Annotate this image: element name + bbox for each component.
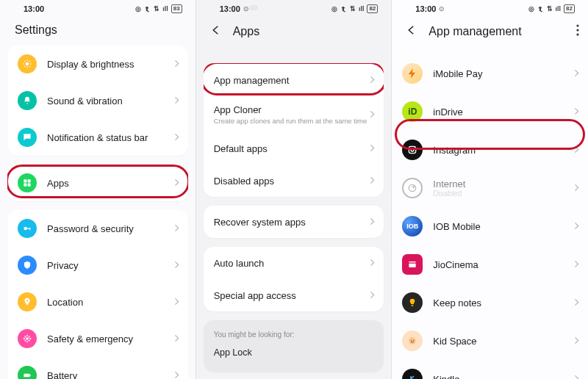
app-icon-jiocinema: [402, 254, 423, 275]
settings-row-password-security[interactable]: Password & security: [7, 210, 188, 247]
settings-row-location[interactable]: Location: [7, 284, 188, 320]
chevron-right-icon: [370, 75, 375, 86]
settings-row-notification-statusbar[interactable]: Notification & status bar: [7, 119, 188, 156]
chevron-right-icon: [370, 258, 375, 269]
svg-marker-34: [412, 185, 416, 189]
chevron-right-icon: [574, 297, 579, 308]
settings-row-sound-vibration[interactable]: Sound & vibration: [7, 82, 188, 119]
settings-row-display-brightness[interactable]: Display & brightness: [7, 46, 188, 82]
page-title-settings: Settings: [0, 13, 196, 47]
svg-point-27: [576, 24, 578, 26]
svg-rect-11: [24, 184, 26, 187]
svg-rect-25: [24, 374, 29, 378]
settings-row-apps[interactable]: Apps: [7, 165, 188, 201]
chevron-right-icon: [174, 333, 179, 344]
app-icon-internet: [402, 178, 423, 198]
app-row-indrive[interactable]: iD inDrive: [392, 93, 588, 131]
pin-icon: [18, 292, 37, 311]
svg-rect-10: [28, 179, 31, 182]
status-bar: 13:00⊙ ◎⮬⇅ıll 82: [392, 0, 588, 13]
burst-icon: [18, 329, 37, 348]
back-button[interactable]: [405, 24, 418, 40]
app-row-internet[interactable]: Internet Disabled: [392, 169, 588, 207]
chevron-right-icon: [174, 260, 179, 271]
app-icon-keepnotes: [402, 292, 423, 313]
more-menu-button[interactable]: [576, 24, 579, 39]
app-icon-kidspace: [402, 331, 423, 351]
clock: 13:00: [24, 4, 44, 13]
svg-point-29: [576, 33, 578, 35]
svg-point-32: [415, 147, 415, 148]
app-row-instagram[interactable]: Instagram: [392, 131, 588, 169]
battery-icon: [18, 366, 37, 379]
svg-point-0: [26, 62, 29, 66]
chevron-right-icon: [174, 132, 179, 143]
chevron-right-icon: [574, 374, 579, 380]
clock: 13:00: [220, 4, 240, 13]
app-row-iob-mobile[interactable]: IOB IOB Mobile: [392, 207, 588, 245]
status-bar: 13:00 ◎⮬⇅ıll 83: [0, 0, 196, 13]
app-icon-iob: IOB: [402, 216, 423, 237]
apps-row-recover-system-apps[interactable]: Recover system apps: [204, 206, 384, 238]
hint-value: App Lock: [214, 347, 374, 358]
chevron-right-icon: [574, 107, 579, 118]
settings-row-safety-emergency[interactable]: Safety & emergency: [7, 320, 188, 357]
svg-line-5: [24, 61, 25, 62]
back-button[interactable]: [209, 24, 223, 40]
settings-row-battery[interactable]: Battery: [7, 357, 188, 379]
header-apps: Apps: [196, 13, 392, 50]
app-row-jiocinema[interactable]: JioCinema: [392, 245, 588, 284]
status-bar: 13:00⊙ ◎⮬⇅ıll 82: [196, 0, 392, 13]
apps-row-disabled-apps[interactable]: Disabled apps: [204, 165, 384, 197]
app-row-kid-space[interactable]: Kid Space: [392, 322, 588, 360]
apps-row-default-apps[interactable]: Default apps: [204, 132, 384, 165]
svg-rect-12: [28, 184, 31, 187]
chevron-right-icon: [370, 290, 375, 301]
app-icon-instagram: [402, 140, 423, 160]
screen-settings: 13:00 ◎⮬⇅ıll 83 Settings Display & brigh…: [0, 0, 196, 379]
apps-row-special-app-access[interactable]: Special app access: [204, 279, 384, 311]
chevron-right-icon: [370, 109, 375, 120]
svg-rect-36: [409, 264, 416, 267]
status-icons: ◎⮬⇅ıll 83: [135, 4, 182, 13]
chevron-right-icon: [574, 336, 579, 347]
svg-rect-26: [30, 375, 31, 376]
grid-icon: [18, 173, 37, 192]
chevron-right-icon: [574, 68, 579, 79]
shield-icon: [18, 256, 37, 275]
key-icon: [18, 219, 37, 238]
app-row-imobile-pay[interactable]: iMobile Pay: [392, 54, 588, 93]
svg-point-16: [26, 337, 29, 340]
header-app-management: App management: [392, 13, 588, 50]
apps-row-app-management[interactable]: App management: [204, 63, 384, 97]
status-icons: ◎⮬⇅ıll 82: [331, 4, 378, 13]
chevron-right-icon: [574, 259, 579, 270]
chevron-right-icon: [174, 223, 179, 234]
apps-row-app-cloner[interactable]: App Cloner Create app clones and run the…: [204, 97, 384, 132]
chevron-right-icon: [370, 176, 375, 187]
page-title: App management: [429, 25, 521, 38]
screen-apps: 13:00⊙ ◎⮬⇅ıll 82 Apps App management App…: [196, 0, 392, 379]
chat-icon: [18, 128, 37, 147]
chevron-right-icon: [370, 217, 375, 228]
app-icon-indrive: iD: [402, 101, 423, 122]
sun-icon: [18, 54, 37, 73]
bell-icon: [18, 91, 37, 110]
apps-row-auto-launch[interactable]: Auto launch: [204, 247, 384, 279]
settings-row-privacy[interactable]: Privacy: [7, 247, 188, 284]
svg-rect-15: [29, 228, 30, 230]
app-icon-kindle: [402, 369, 423, 379]
hint-label: You might be looking for:: [214, 331, 374, 339]
svg-point-31: [411, 148, 414, 151]
chevron-right-icon: [574, 183, 579, 194]
chevron-right-icon: [574, 145, 579, 156]
svg-line-6: [29, 66, 30, 67]
svg-line-21: [25, 336, 26, 338]
app-row-keep-notes[interactable]: Keep notes: [392, 284, 588, 322]
chevron-right-icon: [574, 221, 579, 232]
app-row-kindle[interactable]: Kindle: [392, 360, 588, 379]
svg-line-24: [25, 340, 26, 342]
hint-card[interactable]: You might be looking for: App Lock: [204, 320, 384, 372]
svg-line-7: [29, 61, 30, 62]
screen-app-management: 13:00⊙ ◎⮬⇅ıll 82 App management iMobile …: [392, 0, 588, 379]
